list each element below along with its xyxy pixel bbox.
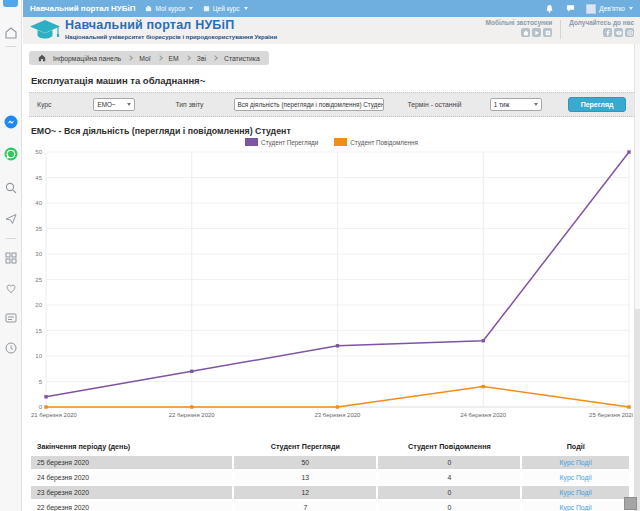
svg-text:15: 15 [35, 328, 42, 334]
home-icon[interactable] [4, 26, 18, 40]
chevron-right-icon [185, 55, 191, 61]
youtube-icon[interactable] [614, 28, 623, 37]
report-filter-bar: Курс ЕМО~ Тип звіту Вся діяльність (пере… [29, 92, 634, 117]
col-posts: Студент Повідомлення [378, 439, 520, 454]
sidebar-divider [6, 238, 16, 239]
report-type-select[interactable]: Вся діяльність (перегляди і повідомлення… [234, 98, 384, 111]
sidebar-active-tab[interactable] [3, 0, 18, 7]
breadcrumb-dashboard[interactable]: Інформаційна панель [53, 55, 121, 62]
news-icon[interactable] [4, 311, 18, 325]
course-select-value: ЕМО~ [97, 101, 115, 108]
google-play-icon[interactable] [532, 28, 541, 37]
legend-label: Студент Повідомлення [350, 139, 418, 146]
table-row: 22 березня 202070Курс Події [31, 501, 629, 511]
history-icon[interactable] [4, 341, 18, 355]
events-cell: Курс Події [522, 486, 629, 499]
course-events-link[interactable]: Курс Події [560, 474, 592, 481]
legend-label: Студент Перегляди [261, 139, 318, 146]
messages-icon[interactable] [565, 3, 576, 14]
search-icon[interactable] [4, 181, 18, 195]
course-filter-label: Курс [37, 101, 51, 108]
table-row: 24 березня 2020134Курс Події [31, 471, 629, 484]
chart-title: ЕМО~ - Вся діяльність (перегляди і повід… [31, 126, 634, 136]
send-icon[interactable] [4, 212, 18, 226]
stats-table-body: 25 березня 2020500Курс Події24 березня 2… [31, 456, 629, 511]
legend-swatch [334, 138, 347, 146]
legend-item: Студент Перегляди [245, 138, 318, 146]
instagram-icon[interactable] [625, 28, 634, 37]
statistics-table: Закінчення періоду (день) Студент Перегл… [29, 437, 631, 511]
facebook-icon[interactable] [603, 28, 612, 37]
browser-sidebar [0, 0, 22, 511]
period-cell: 22 березня 2020 [31, 501, 232, 511]
sidebar-divider [6, 46, 16, 47]
view-button[interactable]: Перегляд [568, 97, 627, 112]
mobile-apps-label: Мобільні застосунки [486, 19, 553, 26]
scrollbar-thumb[interactable] [634, 309, 640, 511]
events-cell: Курс Події [522, 456, 629, 469]
course-events-link[interactable]: Курс Події [560, 489, 592, 496]
svg-text:40: 40 [35, 200, 42, 206]
svg-text:21 березня 2020: 21 березня 2020 [31, 412, 78, 418]
period-select[interactable]: 1 тиж [490, 98, 542, 111]
svg-text:10: 10 [35, 353, 42, 359]
chevron-right-icon [157, 55, 163, 61]
chevron-right-icon [212, 55, 218, 61]
whatsapp-icon[interactable] [4, 147, 18, 161]
svg-text:5: 5 [39, 379, 43, 385]
briefcase-icon [145, 5, 152, 12]
course-events-link[interactable]: Курс Події [560, 504, 592, 511]
activity-line-chart: 0510152025303540455021 березня 202022 бе… [29, 147, 633, 431]
scroll-corner-button[interactable] [624, 497, 637, 510]
user-menu[interactable]: Дев'ятко [586, 4, 633, 14]
menu-my-courses[interactable]: Мої курси [145, 5, 192, 12]
course-events-link[interactable]: Курс Події [560, 459, 592, 466]
join-us-group: Долучайтесь до нас [569, 19, 634, 37]
svg-text:50: 50 [35, 149, 42, 155]
site-title[interactable]: Навчальний портал НУБіП [65, 19, 277, 32]
home-icon[interactable] [38, 54, 46, 62]
windows-store-icon[interactable] [543, 28, 552, 37]
svg-text:35: 35 [35, 226, 42, 232]
views-cell: 50 [234, 456, 376, 469]
breadcrumb-my[interactable]: Мої [139, 55, 150, 62]
posts-cell: 0 [378, 486, 520, 499]
period-select-value: 1 тиж [494, 101, 510, 108]
svg-text:0: 0 [39, 404, 43, 410]
menu-my-courses-label: Мої курси [155, 5, 184, 12]
site-subtitle: Національний університет біоресурсів і п… [65, 34, 277, 40]
report-type-label: Тип звіту [175, 101, 203, 108]
menu-this-course[interactable]: Цей курс [203, 5, 248, 12]
svg-text:23 березня 2020: 23 березня 2020 [315, 412, 362, 418]
navbar-brand[interactable]: Навчальний портал НУБіП [30, 4, 135, 13]
chart-legend: Студент ПереглядиСтудент Повідомлення [29, 138, 634, 146]
course-select[interactable]: ЕМО~ [93, 98, 135, 111]
breadcrumb-reports[interactable]: Зві [197, 55, 206, 62]
period-cell: 23 березня 2020 [31, 486, 232, 499]
svg-text:25 березня 2020: 25 березня 2020 [589, 412, 633, 418]
notifications-bell-icon[interactable] [544, 3, 555, 14]
portal-logo-graduation-cap-icon [29, 19, 61, 42]
chevron-down-icon [534, 103, 538, 106]
vertical-scrollbar[interactable] [634, 44, 640, 511]
table-row: 25 березня 2020500Курс Події [31, 456, 629, 469]
chevron-down-icon [244, 7, 248, 10]
breadcrumb-course[interactable]: ЕМ [169, 55, 179, 62]
page-title: Експлуатація машин та обладнання~ [31, 75, 634, 86]
svg-text:25: 25 [35, 277, 42, 283]
join-us-label: Долучайтесь до нас [569, 19, 634, 26]
breadcrumb: Інформаційна панель Мої ЕМ Зві Статистик… [29, 51, 269, 65]
chevron-down-icon [189, 7, 193, 10]
period-cell: 24 березня 2020 [31, 471, 232, 484]
apple-store-icon[interactable] [521, 28, 530, 37]
mobile-apps-group: Мобільні застосунки [486, 19, 553, 37]
heart-icon[interactable] [4, 281, 18, 295]
breadcrumb-statistics[interactable]: Статистика [224, 55, 260, 62]
user-name: Дев'ятко [599, 5, 625, 12]
messenger-icon[interactable] [4, 115, 18, 129]
legend-item: Студент Повідомлення [334, 138, 418, 146]
svg-text:30: 30 [35, 251, 42, 257]
table-header-row: Закінчення періоду (день) Студент Перегл… [31, 439, 629, 454]
col-events: Події [522, 439, 629, 454]
apps-grid-icon[interactable] [4, 251, 18, 265]
